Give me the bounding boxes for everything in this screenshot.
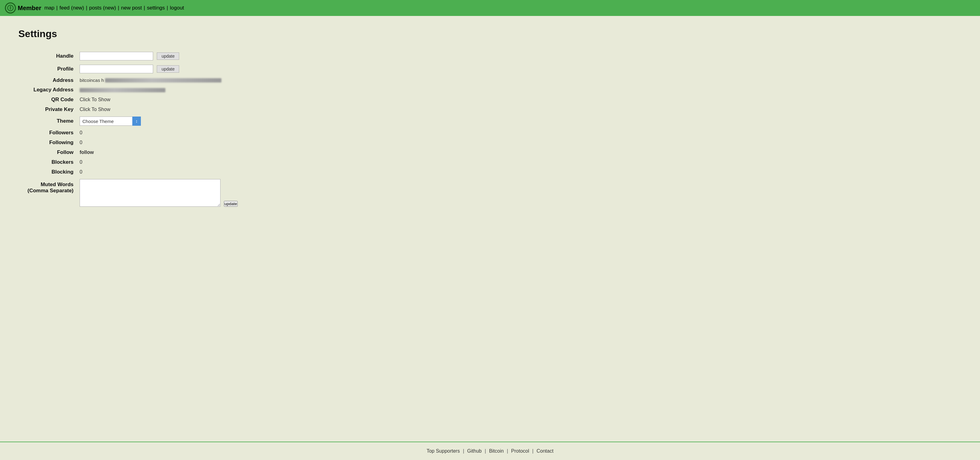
theme-label: Theme	[18, 115, 80, 127]
legacy-address-row: Legacy Address	[18, 86, 238, 94]
profile-value: update	[80, 64, 221, 75]
brand-label: Member	[18, 5, 41, 12]
footer-contact[interactable]: Contact	[536, 448, 554, 454]
blocking-row: Blocking 0	[18, 168, 238, 176]
address-start: bitcoincas	[80, 78, 100, 83]
nav-logout[interactable]: logout	[170, 5, 184, 11]
theme-select-container: Choose Theme Default Dark Light ↕	[80, 117, 141, 126]
blocking-label: Blocking	[18, 168, 80, 176]
following-value: 0	[80, 139, 221, 147]
muted-words-label: Muted Words(Comma Separate)	[18, 178, 80, 208]
footer-bitcoin[interactable]: Bitcoin	[489, 448, 504, 454]
logo-icon: ₿	[5, 2, 16, 13]
footer-protocol[interactable]: Protocol	[511, 448, 529, 454]
blocking-value: 0	[80, 168, 221, 176]
page-title: Settings	[18, 28, 962, 40]
follow-link[interactable]: follow	[80, 150, 94, 155]
address-blurred	[105, 78, 221, 83]
followers-value: 0	[80, 129, 221, 137]
handle-update-button[interactable]: update	[157, 53, 179, 60]
main-nav: map | feed (new) | posts (new) | new pos…	[45, 5, 184, 11]
qr-code-row: QR Code Click To Show	[18, 96, 238, 104]
muted-words-row: Muted Words(Comma Separate) update	[18, 178, 238, 208]
legacy-address-value	[80, 86, 221, 94]
handle-input[interactable]	[80, 52, 153, 61]
private-key-show[interactable]: Click To Show	[80, 107, 110, 112]
profile-input[interactable]	[80, 65, 153, 73]
nav-settings[interactable]: settings	[147, 5, 165, 11]
qr-code-show[interactable]: Click To Show	[80, 97, 110, 102]
footer: Top Supporters | Github | Bitcoin | Prot…	[0, 442, 980, 460]
blockers-label: Blockers	[18, 158, 80, 166]
nav-posts[interactable]: posts (new)	[89, 5, 116, 11]
followers-count: 0	[80, 130, 83, 135]
handle-row: Handle update	[18, 51, 238, 62]
followers-label: Followers	[18, 129, 80, 137]
follow-row: Follow follow	[18, 149, 238, 157]
address-row: Address bitcoincash	[18, 77, 238, 84]
muted-update-button[interactable]: update	[224, 201, 238, 207]
profile-label: Profile	[18, 64, 80, 75]
nav-new-post[interactable]: new post	[121, 5, 142, 11]
muted-words-input[interactable]	[80, 179, 221, 207]
handle-label: Handle	[18, 51, 80, 62]
following-count: 0	[80, 140, 83, 145]
address-value: bitcoincash	[80, 77, 221, 84]
follow-value: follow	[80, 149, 221, 157]
theme-value: Choose Theme Default Dark Light ↕	[80, 115, 221, 127]
footer-top-supporters[interactable]: Top Supporters	[426, 448, 460, 454]
profile-update-button[interactable]: update	[157, 65, 179, 73]
blockers-count: 0	[80, 160, 83, 165]
private-key-value: Click To Show	[80, 105, 221, 113]
qr-code-label: QR Code	[18, 96, 80, 104]
nav-map[interactable]: map	[45, 5, 54, 11]
qr-code-value: Click To Show	[80, 96, 221, 104]
followers-row: Followers 0	[18, 129, 238, 137]
handle-value: update	[80, 51, 221, 62]
footer-github[interactable]: Github	[467, 448, 482, 454]
blockers-value: 0	[80, 158, 221, 166]
following-label: Following	[18, 139, 80, 147]
follow-label: Follow	[18, 149, 80, 157]
muted-update-container: update	[221, 178, 238, 208]
profile-row: Profile update	[18, 64, 238, 75]
address-label: Address	[18, 77, 80, 84]
legacy-address-label: Legacy Address	[18, 86, 80, 94]
theme-row: Theme Choose Theme Default Dark Light ↕	[18, 115, 238, 127]
address-display: bitcoincash	[80, 78, 221, 83]
footer-links: Top Supporters | Github | Bitcoin | Prot…	[6, 448, 974, 454]
blocking-count: 0	[80, 169, 83, 174]
private-key-row: Private Key Click To Show	[18, 105, 238, 113]
blockers-row: Blockers 0	[18, 158, 238, 166]
header: ₿ Member map | feed (new) | posts (new) …	[0, 0, 980, 16]
nav-feed[interactable]: feed (new)	[59, 5, 84, 11]
main-content: Settings Handle update Profile update Ad…	[0, 16, 980, 442]
svg-text:₿: ₿	[10, 6, 11, 10]
following-row: Following 0	[18, 139, 238, 147]
legacy-address-blurred	[80, 88, 165, 92]
muted-words-textarea-container	[80, 178, 221, 208]
theme-select[interactable]: Choose Theme Default Dark Light	[80, 117, 141, 126]
settings-table: Handle update Profile update Address bit…	[18, 49, 238, 210]
private-key-label: Private Key	[18, 105, 80, 113]
